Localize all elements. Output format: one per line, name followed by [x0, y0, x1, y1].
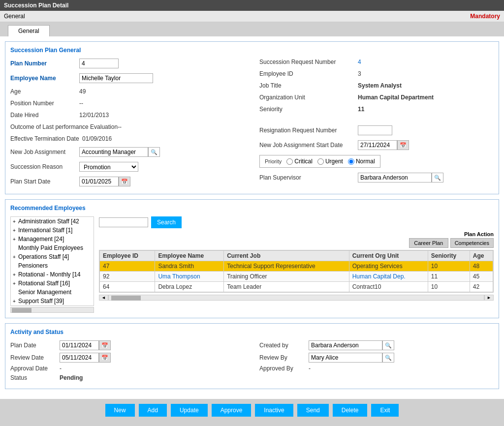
priority-urgent-label[interactable]: Urgent	[317, 158, 343, 165]
priority-normal-label[interactable]: Normal	[348, 158, 375, 165]
tree-horizontal-scrollbar[interactable]	[10, 307, 94, 313]
priority-critical-radio[interactable]	[286, 158, 293, 165]
activity-status-grid: Plan Date 📅 Review Date 📅 Approval Date …	[10, 340, 494, 384]
general-menu[interactable]: General	[4, 13, 25, 20]
delete-button[interactable]: Delete	[333, 404, 368, 417]
scroll-right-button[interactable]: ►	[484, 295, 494, 301]
succession-request-value: 4	[358, 59, 361, 65]
expand-icon-6: +	[13, 272, 16, 277]
send-button[interactable]: Send	[297, 404, 329, 417]
created-by-search-button[interactable]: 🔍	[382, 340, 394, 350]
seniority-label: Seniority	[259, 106, 358, 113]
new-button[interactable]: New	[105, 404, 135, 417]
tab-general[interactable]: General	[8, 25, 50, 36]
new-job-start-date-input[interactable]	[358, 140, 397, 150]
tree-item-0[interactable]: + Administration Staff [42	[11, 217, 94, 226]
add-button[interactable]: Add	[139, 404, 167, 417]
review-date-input[interactable]	[60, 353, 99, 363]
date-hired-row: Date Hired 12/01/2013	[10, 112, 245, 119]
status-label: Status	[10, 374, 60, 381]
employee-id-label: Employee ID	[259, 70, 358, 77]
plan-date-label: Plan Date	[10, 342, 60, 349]
search-row: Search	[99, 216, 494, 228]
col-age: Age	[470, 251, 493, 261]
table-row[interactable]: 47 Sandra Smith Technical Support Repres…	[100, 261, 493, 272]
cell-name: Sandra Smith	[155, 261, 224, 272]
search-button[interactable]: Search	[151, 216, 182, 228]
employee-id-row: Employee ID 3	[259, 70, 494, 77]
age-label: Age	[10, 88, 79, 95]
plan-date-calendar-button[interactable]: 📅	[99, 340, 111, 350]
competencies-button[interactable]: Competencies	[450, 238, 494, 248]
age-row: Age 49	[10, 88, 245, 95]
priority-critical-label[interactable]: Critical	[286, 158, 313, 165]
review-by-input[interactable]	[309, 353, 382, 363]
cell-name[interactable]: Uma Thompson	[155, 272, 224, 282]
expand-icon-4: +	[13, 254, 16, 260]
search-input[interactable]	[99, 217, 148, 227]
table-scroll-thumb	[111, 296, 141, 301]
employee-id-value: 3	[358, 70, 361, 77]
plan-number-input[interactable]	[79, 59, 119, 68]
cell-seniority: 10	[428, 282, 470, 292]
plan-supervisor-label: Plan Supervisor	[259, 174, 358, 181]
cell-org[interactable]: Human Capital Dep.	[349, 272, 428, 282]
priority-normal-radio[interactable]	[348, 158, 354, 165]
tree-item-2[interactable]: + Management [24]	[11, 235, 94, 243]
org-unit-label: Organization Unit	[259, 94, 358, 101]
tree-item-7[interactable]: + Rotational Staff [16]	[11, 279, 94, 288]
plan-supervisor-row: Plan Supervisor 🔍	[259, 173, 494, 183]
effective-term-value: 01/09/2016	[82, 135, 112, 142]
tree-item-4[interactable]: + Operations Staff [4]	[11, 252, 94, 261]
plan-action-header: Plan Action	[99, 231, 494, 237]
cell-job: Team Leader	[224, 282, 349, 292]
review-by-label: Review By	[259, 354, 309, 361]
rec-layout: + Administration Staff [42 + Internation…	[10, 216, 494, 313]
tree-item-9[interactable]: + Support Staff [39]	[11, 297, 94, 305]
career-plan-button[interactable]: Career Plan	[409, 238, 448, 248]
approved-by-label: Approved By	[259, 365, 309, 372]
new-job-start-date-calendar-button[interactable]: 📅	[397, 140, 409, 150]
plan-supervisor-input[interactable]	[358, 173, 432, 183]
succession-request-label: Succession Request Number	[259, 59, 358, 65]
tree-item-3[interactable]: + Monthly Paid Employees	[11, 243, 94, 252]
update-button[interactable]: Update	[171, 404, 208, 417]
effective-term-label: Effective Termination Date	[10, 135, 79, 142]
priority-urgent-radio[interactable]	[317, 158, 324, 165]
succession-reason-select[interactable]: Promotion Retirement Transfer Other	[79, 162, 138, 172]
created-by-input[interactable]	[309, 340, 382, 350]
plan-number-label: Plan Number	[10, 60, 79, 67]
plan-start-date-input[interactable]	[79, 177, 119, 186]
scroll-left-button[interactable]: ◄	[99, 295, 108, 301]
plan-supervisor-search-button[interactable]: 🔍	[432, 173, 443, 183]
tree-item-5[interactable]: + Pensioners	[11, 261, 94, 270]
exit-button[interactable]: Exit	[371, 404, 399, 417]
activity-status-title: Activity and Status	[10, 329, 494, 335]
approve-button[interactable]: Approve	[212, 404, 252, 417]
left-column: Plan Number Employee Name Age 49	[10, 59, 245, 189]
new-job-input[interactable]	[79, 147, 148, 157]
org-unit-row: Organization Unit Human Capital Departme…	[259, 94, 494, 101]
table-row[interactable]: 92 Uma Thompson Training Officer Human C…	[100, 272, 493, 282]
tree-item-6[interactable]: + Rotational - Monthly [14	[11, 270, 94, 279]
approval-date-value: -	[60, 365, 62, 372]
new-job-search-button[interactable]: 🔍	[148, 147, 160, 157]
outcome-value: --	[118, 123, 122, 130]
table-horizontal-scrollbar[interactable]	[108, 295, 484, 301]
tree-item-1[interactable]: + International Staff [1]	[11, 226, 94, 235]
review-date-calendar-button[interactable]: 📅	[99, 353, 111, 363]
cell-job: Training Officer	[224, 272, 349, 282]
tree-item-8[interactable]: + Senior Management	[11, 288, 94, 297]
table-row[interactable]: 64 Debra Lopez Team Leader Contract10 10…	[100, 282, 493, 292]
tree-panel[interactable]: + Administration Staff [42 + Internation…	[10, 216, 94, 306]
plan-start-date-calendar-button[interactable]: 📅	[119, 177, 130, 186]
activity-left: Plan Date 📅 Review Date 📅 Approval Date …	[10, 340, 245, 384]
resignation-request-input[interactable]	[358, 125, 392, 135]
approved-by-value: -	[309, 365, 311, 372]
succession-plan-general-title: Succession Plan General	[10, 47, 494, 54]
plan-date-input[interactable]	[60, 340, 99, 350]
plan-start-date-label: Plan Start Date	[10, 178, 79, 185]
inactive-button[interactable]: Inactive	[255, 404, 293, 417]
review-by-search-button[interactable]: 🔍	[382, 353, 394, 363]
employee-name-input[interactable]	[79, 73, 153, 83]
